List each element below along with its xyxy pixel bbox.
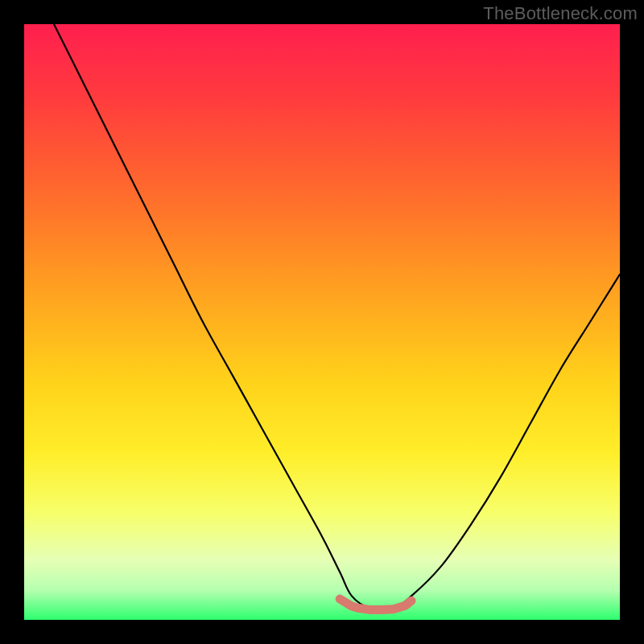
bottleneck-curve — [54, 24, 620, 609]
chart-frame: TheBottleneck.com — [0, 0, 644, 644]
optimal-band — [340, 599, 411, 609]
curve-overlay — [24, 24, 620, 620]
watermark-text: TheBottleneck.com — [483, 3, 638, 24]
plot-area — [24, 24, 620, 620]
